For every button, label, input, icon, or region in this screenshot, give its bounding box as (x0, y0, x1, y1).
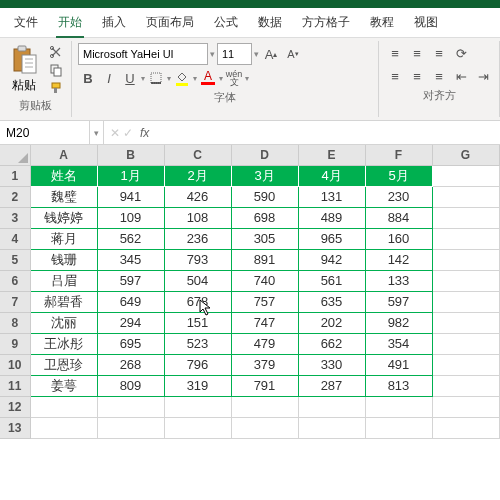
spreadsheet-grid[interactable]: ABCDEFG1姓名1月2月3月4月5月2魏璧9414265901312303钱… (0, 145, 500, 439)
cell-E4[interactable]: 965 (298, 228, 365, 249)
row-head-12[interactable]: 12 (0, 396, 30, 417)
cell-B1[interactable]: 1月 (97, 165, 164, 186)
cell-E8[interactable]: 202 (298, 312, 365, 333)
row-head-11[interactable]: 11 (0, 375, 30, 396)
cell-F3[interactable]: 884 (365, 207, 432, 228)
cell-E10[interactable]: 330 (298, 354, 365, 375)
cell-D7[interactable]: 757 (231, 291, 298, 312)
format-painter-button[interactable] (47, 80, 65, 96)
cell-C6[interactable]: 504 (164, 270, 231, 291)
col-head-E[interactable]: E (298, 145, 365, 165)
cell-F5[interactable]: 142 (365, 249, 432, 270)
cell-E13[interactable] (298, 417, 365, 438)
align-center-button[interactable]: ≡ (407, 66, 427, 86)
row-head-4[interactable]: 4 (0, 228, 30, 249)
italic-button[interactable]: I (99, 68, 119, 88)
cell-G8[interactable] (432, 312, 499, 333)
cell-G11[interactable] (432, 375, 499, 396)
fx-icon[interactable]: fx (136, 126, 153, 140)
cell-A5[interactable]: 钱珊 (30, 249, 97, 270)
row-head-1[interactable]: 1 (0, 165, 30, 186)
row-head-7[interactable]: 7 (0, 291, 30, 312)
cell-D13[interactable] (231, 417, 298, 438)
cell-E9[interactable]: 662 (298, 333, 365, 354)
cell-A13[interactable] (30, 417, 97, 438)
shrink-font-button[interactable]: A▾ (283, 44, 303, 64)
cell-F4[interactable]: 160 (365, 228, 432, 249)
orientation-button[interactable]: ⟳ (451, 43, 471, 63)
font-size-select[interactable] (217, 43, 252, 65)
bold-button[interactable]: B (78, 68, 98, 88)
cell-G10[interactable] (432, 354, 499, 375)
cell-F13[interactable] (365, 417, 432, 438)
indent-dec-button[interactable]: ⇤ (451, 66, 471, 86)
cell-E3[interactable]: 489 (298, 207, 365, 228)
tab-tutorial[interactable]: 教程 (360, 8, 404, 37)
cell-D4[interactable]: 305 (231, 228, 298, 249)
cell-G6[interactable] (432, 270, 499, 291)
cell-A11[interactable]: 姜萼 (30, 375, 97, 396)
cell-E11[interactable]: 287 (298, 375, 365, 396)
align-bottom-button[interactable]: ≡ (429, 43, 449, 63)
cell-A12[interactable] (30, 396, 97, 417)
cell-B10[interactable]: 268 (97, 354, 164, 375)
cell-G1[interactable] (432, 165, 499, 186)
cell-B4[interactable]: 562 (97, 228, 164, 249)
formula-input[interactable] (159, 121, 500, 144)
tab-layout[interactable]: 页面布局 (136, 8, 204, 37)
cell-A1[interactable]: 姓名 (30, 165, 97, 186)
cell-G5[interactable] (432, 249, 499, 270)
underline-button[interactable]: U (120, 68, 140, 88)
cell-E2[interactable]: 131 (298, 186, 365, 207)
cell-C8[interactable]: 151 (164, 312, 231, 333)
cell-A9[interactable]: 王冰彤 (30, 333, 97, 354)
cell-B6[interactable]: 597 (97, 270, 164, 291)
row-head-9[interactable]: 9 (0, 333, 30, 354)
cell-G3[interactable] (432, 207, 499, 228)
cut-button[interactable] (47, 44, 65, 60)
cell-C11[interactable]: 319 (164, 375, 231, 396)
row-head-5[interactable]: 5 (0, 249, 30, 270)
cell-F11[interactable]: 813 (365, 375, 432, 396)
cell-C7[interactable]: 678 (164, 291, 231, 312)
cell-G12[interactable] (432, 396, 499, 417)
tab-home[interactable]: 开始 (48, 8, 92, 37)
col-head-F[interactable]: F (365, 145, 432, 165)
cell-C4[interactable]: 236 (164, 228, 231, 249)
cell-A6[interactable]: 吕眉 (30, 270, 97, 291)
cell-B11[interactable]: 809 (97, 375, 164, 396)
font-name-select[interactable] (78, 43, 208, 65)
cell-B9[interactable]: 695 (97, 333, 164, 354)
cell-B12[interactable] (97, 396, 164, 417)
cell-B7[interactable]: 649 (97, 291, 164, 312)
tab-file[interactable]: 文件 (4, 8, 48, 37)
cell-E1[interactable]: 4月 (298, 165, 365, 186)
cell-D2[interactable]: 590 (231, 186, 298, 207)
cell-F6[interactable]: 133 (365, 270, 432, 291)
cell-D6[interactable]: 740 (231, 270, 298, 291)
tab-insert[interactable]: 插入 (92, 8, 136, 37)
cell-G9[interactable] (432, 333, 499, 354)
col-head-D[interactable]: D (231, 145, 298, 165)
cell-F12[interactable] (365, 396, 432, 417)
cell-A8[interactable]: 沈丽 (30, 312, 97, 333)
cell-E7[interactable]: 635 (298, 291, 365, 312)
cell-C2[interactable]: 426 (164, 186, 231, 207)
cancel-icon[interactable]: ✕ (110, 126, 120, 140)
cell-C12[interactable] (164, 396, 231, 417)
tab-ffgz[interactable]: 方方格子 (292, 8, 360, 37)
align-middle-button[interactable]: ≡ (407, 43, 427, 63)
row-head-2[interactable]: 2 (0, 186, 30, 207)
cell-G7[interactable] (432, 291, 499, 312)
col-head-C[interactable]: C (164, 145, 231, 165)
cell-D9[interactable]: 479 (231, 333, 298, 354)
cell-F9[interactable]: 354 (365, 333, 432, 354)
row-head-10[interactable]: 10 (0, 354, 30, 375)
cell-A2[interactable]: 魏璧 (30, 186, 97, 207)
fill-color-button[interactable] (172, 68, 192, 88)
tab-view[interactable]: 视图 (404, 8, 448, 37)
cell-C10[interactable]: 796 (164, 354, 231, 375)
align-right-button[interactable]: ≡ (429, 66, 449, 86)
cell-E5[interactable]: 942 (298, 249, 365, 270)
cell-C13[interactable] (164, 417, 231, 438)
